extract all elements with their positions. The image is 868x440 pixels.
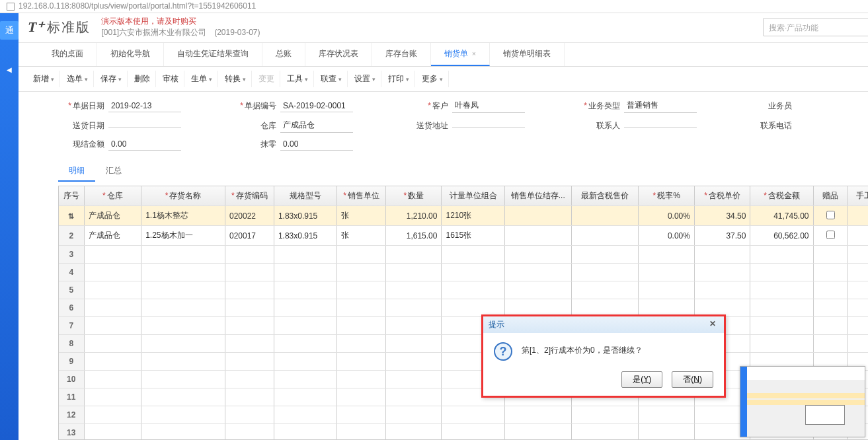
col-header-4[interactable]: 规格型号 [274,186,336,206]
search-input[interactable]: 搜索·产品功能 [763,18,868,36]
cell[interactable] [274,406,336,424]
cell[interactable] [848,226,868,246]
col-header-12[interactable]: 含税金额 [750,186,813,206]
cell[interactable] [141,299,225,317]
cell[interactable] [848,281,868,299]
cell[interactable] [385,353,442,371]
cell[interactable]: 10 [59,371,84,388]
table-row[interactable]: 2产成品仓1.25杨木加一0200171.83x0.915张1,615.0016… [59,226,868,246]
cell[interactable] [84,424,141,441]
cell[interactable] [274,299,336,317]
cell[interactable] [225,264,274,281]
contact-field[interactable] [624,124,697,128]
cell[interactable] [750,264,813,281]
tab-7[interactable]: 销货单明细表 [490,43,565,66]
cell[interactable] [639,424,695,441]
cell[interactable] [141,371,225,388]
cell[interactable] [274,353,336,371]
app-icon[interactable]: 通 [0,21,19,40]
dialog-close-button[interactable]: ✕ [707,319,719,330]
col-header-1[interactable]: 仓库 [84,186,141,206]
cell[interactable]: 产成品仓 [84,206,141,226]
toolbar-工具[interactable]: 工具 [282,71,314,87]
cell[interactable] [442,264,504,281]
cell[interactable]: 37.50 [694,226,750,246]
dialog-yes-button[interactable]: 是(Y) [621,371,662,388]
biz-type-field[interactable]: 普通销售 [624,98,697,113]
cell[interactable] [385,335,442,353]
cell[interactable]: ⇅ [59,206,84,226]
toolbar-更多[interactable]: 更多 [416,71,449,87]
table-row-empty[interactable]: 3 [59,246,868,264]
cell[interactable] [571,226,638,246]
cell[interactable]: 8 [59,335,84,353]
cell[interactable] [848,335,868,353]
cell[interactable] [225,299,274,317]
tab-2[interactable]: 自动生凭证结果查询 [164,43,262,66]
cell[interactable] [694,281,750,299]
cell[interactable] [337,317,386,335]
cell[interactable]: 020022 [225,206,274,226]
cell[interactable] [750,317,813,335]
cell[interactable]: 0.00% [639,206,695,226]
cell[interactable] [571,406,638,424]
cell[interactable]: 4 [59,264,84,281]
col-header-14[interactable]: 手工确定成 [848,186,868,206]
table-row-empty[interactable]: 5 [59,281,868,299]
toolbar-生单[interactable]: 生单 [186,71,218,87]
col-header-6[interactable]: 数量 [385,186,442,206]
col-header-0[interactable]: 序号 [59,186,84,206]
cell[interactable]: 6 [59,299,84,317]
cell[interactable] [274,264,336,281]
toolbar-审核[interactable]: 审核 [157,71,184,87]
cell[interactable] [813,206,848,226]
cell[interactable] [84,371,141,388]
cell[interactable] [639,281,695,299]
tab-5[interactable]: 库存台账 [372,43,431,66]
cell[interactable] [225,406,274,424]
toolbar-联查[interactable]: 联查 [315,71,348,87]
cell[interactable] [504,424,571,441]
cell[interactable] [813,317,848,335]
cell[interactable] [337,335,386,353]
table-row-empty[interactable]: 6 [59,299,868,317]
cell[interactable] [84,317,141,335]
cell[interactable]: 13 [59,424,84,441]
toolbar-打印[interactable]: 打印 [383,71,415,87]
cell[interactable] [813,226,848,246]
cell[interactable]: 1,210.00 [385,206,442,226]
cell[interactable] [141,246,225,264]
cell[interactable] [141,424,225,441]
cell[interactable] [571,281,638,299]
cell[interactable]: 0.00% [639,226,695,246]
cell[interactable] [225,388,274,406]
cell[interactable] [385,388,442,406]
col-header-8[interactable]: 销售单位结存... [504,186,571,206]
cell[interactable] [274,281,336,299]
cell[interactable] [442,406,504,424]
cell[interactable] [504,406,571,424]
cell[interactable] [694,246,750,264]
cell[interactable]: 2 [59,226,84,246]
cell[interactable] [84,299,141,317]
toolbar-转换[interactable]: 转换 [219,71,252,87]
cell[interactable]: 1,615.00 [385,226,442,246]
cell[interactable] [274,317,336,335]
col-header-2[interactable]: 存货名称 [141,186,225,206]
tab-6[interactable]: 销货单× [431,43,490,66]
cell[interactable]: 张 [337,206,386,226]
subtab-1[interactable]: 汇总 [95,161,132,182]
cell[interactable] [813,246,848,264]
ship-date-field[interactable] [108,124,181,128]
cell[interactable]: 34.50 [694,206,750,226]
cell[interactable] [639,246,695,264]
cell[interactable] [337,264,386,281]
tab-close-icon[interactable]: × [472,50,476,57]
cell[interactable] [504,264,571,281]
cell[interactable] [571,264,638,281]
cell[interactable]: 1.83x0.915 [274,206,336,226]
cell[interactable] [571,424,638,441]
cell[interactable] [385,281,442,299]
doc-no-field[interactable]: SA-2019-02-0001 [280,100,353,112]
cell[interactable] [141,317,225,335]
